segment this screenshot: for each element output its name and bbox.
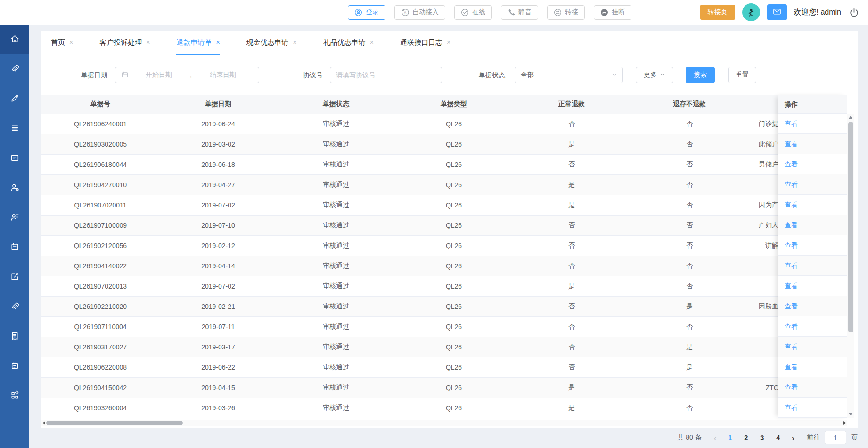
view-link[interactable]: 查看 <box>785 323 798 330</box>
table-row: QL2619071100042019-07-11审核通过QL26否否 <box>41 316 847 337</box>
table-row: QL2619062200082019-06-22审核通过QL26否是 <box>41 357 847 377</box>
sidebar-item-components[interactable] <box>0 381 29 411</box>
view-link[interactable]: 查看 <box>785 160 798 168</box>
cell-doc-no: QL261906220008 <box>41 357 159 377</box>
login-button[interactable]: 登录 <box>348 5 385 20</box>
power-icon[interactable] <box>848 7 860 18</box>
horizontal-scrollbar-thumb[interactable] <box>46 421 183 425</box>
auto-answer-button[interactable]: A 自动接入 <box>394 5 445 20</box>
tab-customer-complaints[interactable]: 客户投诉处理× <box>99 31 150 55</box>
table-header: 单据号 单据日期 单据状态 单据类型 正常退款 退存不退款 <box>41 95 847 114</box>
scroll-right-arrow[interactable] <box>843 421 846 425</box>
close-icon[interactable]: × <box>69 39 73 46</box>
page-1[interactable]: 1 <box>724 434 736 441</box>
sidebar-item-user-list[interactable] <box>0 203 29 232</box>
page-3[interactable]: 3 <box>756 434 768 441</box>
tab-home[interactable]: 首页× <box>51 31 73 55</box>
avatar[interactable] <box>742 3 760 21</box>
sidebar-item-edit[interactable] <box>0 84 29 114</box>
cell-type: QL26 <box>395 398 513 418</box>
refund-table: 单据号 单据日期 单据状态 单据类型 正常退款 退存不退款 QL26190624… <box>41 95 847 418</box>
cell-status: 审核通过 <box>277 357 395 377</box>
sidebar-item-home[interactable] <box>0 25 29 54</box>
prev-page-button[interactable]: ‹ <box>711 433 720 442</box>
transfer-page-button[interactable]: 转接页 <box>700 5 735 20</box>
reset-button[interactable]: 重置 <box>728 67 756 83</box>
cell-date: 2019-07-11 <box>159 316 277 337</box>
table-row: QL2619041500422019-04-15审核通过QL26是否ZTC <box>41 377 847 398</box>
view-link[interactable]: 查看 <box>785 201 798 208</box>
doc-date-range-picker[interactable]: 开始日期 , 结束日期 <box>115 67 259 83</box>
doc-status-select[interactable]: 全部 <box>515 67 623 83</box>
cell-normal-refund: 是 <box>513 276 631 296</box>
sidebar-item-notepad[interactable] <box>0 351 29 381</box>
cell-date: 2019-02-12 <box>159 235 277 256</box>
scroll-left-arrow[interactable] <box>42 421 45 425</box>
view-link[interactable]: 查看 <box>785 404 798 411</box>
auto-answer-label: 自动接入 <box>412 8 439 17</box>
tab-tonglian-log[interactable]: 通联接口日志× <box>400 31 450 55</box>
view-link[interactable]: 查看 <box>785 262 798 269</box>
cell-doc-no: QL261906240001 <box>41 114 159 134</box>
hangup-button[interactable]: 挂断 <box>594 5 631 20</box>
row-action: 查看 <box>778 276 847 296</box>
view-link[interactable]: 查看 <box>785 282 798 290</box>
view-link[interactable]: 查看 <box>785 302 798 310</box>
col-doc-no: 单据号 <box>41 95 159 114</box>
more-button[interactable]: 更多 <box>636 67 673 83</box>
protocol-input[interactable] <box>330 67 442 83</box>
cell-type: QL26 <box>395 215 513 235</box>
cell-type: QL26 <box>395 256 513 276</box>
close-icon[interactable]: × <box>216 39 220 46</box>
scroll-down-arrow[interactable] <box>849 413 852 415</box>
tab-gift-discount[interactable]: 礼品优惠申请× <box>323 31 374 55</box>
cell-type: QL26 <box>395 276 513 296</box>
sidebar-item-attachments[interactable] <box>0 54 29 84</box>
close-icon[interactable]: × <box>146 39 150 46</box>
sidebar-item-user-settings[interactable] <box>0 173 29 203</box>
mute-button[interactable]: 静音 <box>501 5 538 20</box>
tab-label: 现金优惠申请 <box>246 38 289 47</box>
cell-doc-no: QL261904270010 <box>41 174 159 195</box>
view-link[interactable]: 查看 <box>785 120 798 127</box>
next-page-button[interactable]: › <box>788 433 797 442</box>
cell-deposit-no-refund: 是 <box>631 337 748 357</box>
view-link[interactable]: 查看 <box>785 241 798 249</box>
cell-deposit-no-refund: 是 <box>631 357 748 377</box>
vertical-scrollbar-thumb[interactable] <box>848 122 853 332</box>
view-link[interactable]: 查看 <box>785 363 798 371</box>
cell-doc-no: QL261903020005 <box>41 134 159 154</box>
cell-type: QL26 <box>395 377 513 398</box>
close-icon[interactable]: × <box>370 39 374 46</box>
sidebar-item-list[interactable] <box>0 114 29 143</box>
online-button[interactable]: 在线 <box>454 5 492 20</box>
sidebar-item-attachment2[interactable] <box>0 292 29 322</box>
page-4[interactable]: 4 <box>772 434 784 441</box>
close-icon[interactable]: × <box>447 39 450 46</box>
sidebar-item-calendar[interactable] <box>0 232 29 262</box>
view-link[interactable]: 查看 <box>785 343 798 350</box>
sidebar-item-edit-square[interactable] <box>0 262 29 292</box>
vertical-scrollbar[interactable] <box>847 114 854 418</box>
view-link[interactable]: 查看 <box>785 140 798 148</box>
tab-cash-discount[interactable]: 现金优惠申请× <box>246 31 297 55</box>
start-date-placeholder: 开始日期 <box>129 71 189 79</box>
col-doc-status: 单据状态 <box>277 95 395 114</box>
sidebar-item-receipt[interactable] <box>0 322 29 351</box>
scroll-up-arrow[interactable] <box>849 116 852 119</box>
view-link[interactable]: 查看 <box>785 383 798 391</box>
tab-refund-request[interactable]: 退款申请单× <box>176 31 220 55</box>
goto-page-input[interactable] <box>825 431 846 444</box>
horizontal-scrollbar[interactable] <box>41 420 847 426</box>
close-icon[interactable]: × <box>293 39 297 46</box>
search-button[interactable]: 搜索 <box>686 67 715 83</box>
row-action: 查看 <box>778 195 847 215</box>
mail-button[interactable] <box>767 4 787 20</box>
transfer-button[interactable]: 转接 <box>547 5 585 20</box>
view-link[interactable]: 查看 <box>785 221 798 229</box>
cell-date: 2019-04-27 <box>159 174 277 195</box>
page-2[interactable]: 2 <box>740 434 752 441</box>
doc-status-label: 单据状态 <box>479 67 505 83</box>
sidebar-item-panel[interactable] <box>0 143 29 173</box>
view-link[interactable]: 查看 <box>785 181 798 188</box>
